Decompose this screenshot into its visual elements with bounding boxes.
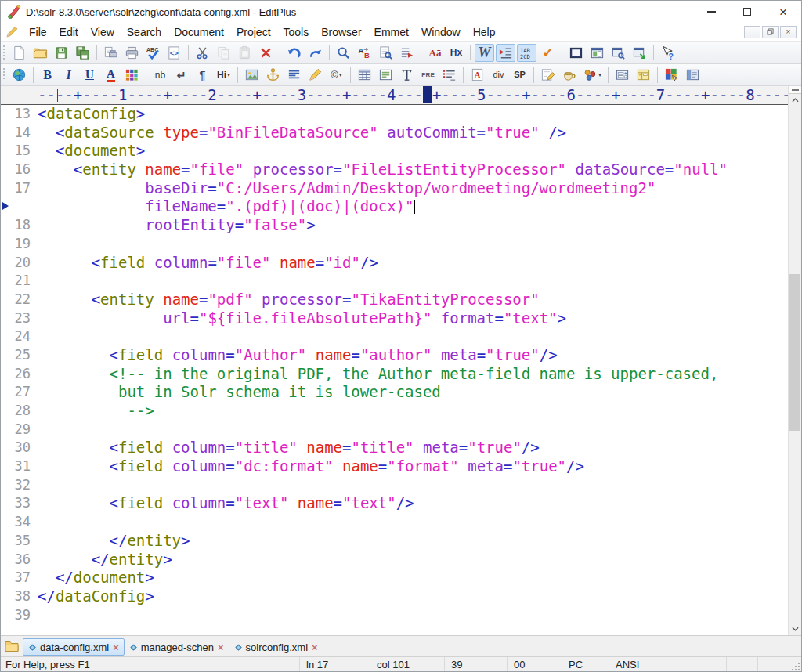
code-line-28[interactable]: 28 --> (1, 402, 789, 421)
align-button[interactable] (284, 66, 304, 84)
form-palette-button[interactable] (634, 66, 653, 84)
code-line-33[interactable]: 33 <field column="text" name="text"/> (1, 494, 789, 513)
tab-solrconfig[interactable]: solrconfig.xml× (229, 638, 323, 656)
code-line-13[interactable]: 13<dataConfig> (1, 105, 789, 124)
list-button[interactable] (439, 66, 459, 84)
menu-window[interactable]: Window (415, 24, 467, 40)
menu-help[interactable]: Help (467, 24, 502, 40)
color-picker-button[interactable] (122, 66, 142, 84)
resize-grip[interactable] (789, 657, 801, 672)
tab-close-icon[interactable]: × (113, 642, 119, 652)
browser-button[interactable] (9, 66, 29, 84)
save-button[interactable] (52, 44, 71, 62)
heading-button[interactable]: Hi (214, 66, 233, 84)
document-restore-button[interactable] (762, 26, 779, 38)
code-line-15[interactable]: 15 <document> (1, 142, 789, 161)
script-button[interactable] (538, 66, 558, 84)
copy-button[interactable] (214, 44, 233, 62)
scroll-up-button[interactable] (789, 94, 801, 107)
project-folder-icon[interactable] (4, 638, 20, 654)
preformatted-button[interactable]: PRE (418, 66, 438, 84)
close-button[interactable]: × (765, 1, 801, 23)
code-line-19[interactable]: 19 (1, 235, 789, 254)
column-ruler[interactable]: ----+----1----+----2----+----3----+----4… (1, 86, 789, 105)
menu-tools[interactable]: Tools (277, 24, 316, 40)
scroll-down-button[interactable] (789, 623, 801, 635)
new-file-button[interactable] (9, 44, 29, 62)
context-help-button[interactable]: ? (658, 44, 677, 62)
paste-button[interactable] (235, 44, 255, 62)
code-line-34[interactable]: 34 (1, 513, 789, 532)
code-line-21[interactable]: 21 (1, 272, 789, 291)
div-button[interactable]: div (489, 66, 508, 84)
anchor-button[interactable] (263, 66, 283, 84)
print-preview-button[interactable] (101, 44, 121, 62)
find-in-files-button[interactable] (376, 44, 396, 62)
delete-button[interactable] (256, 44, 276, 62)
view-in-browser-button[interactable]: <> (164, 44, 184, 62)
code-line-36[interactable]: 36 </entity> (1, 551, 789, 569)
table-button[interactable] (355, 66, 374, 84)
div-block-button[interactable] (376, 66, 396, 84)
code-line-26[interactable]: 26 <!-- in the original PDF, the Author … (1, 365, 789, 384)
panel-button[interactable] (683, 66, 703, 84)
line-numbers-button[interactable]: 1AB2CD (517, 44, 536, 62)
code-line-37[interactable]: 37 </document> (1, 569, 789, 587)
bold-button[interactable]: B (38, 66, 57, 84)
menu-file[interactable]: File (23, 24, 53, 40)
menu-document[interactable]: Document (168, 24, 230, 40)
non-breaking-space-button[interactable]: nb (150, 66, 170, 84)
code-line-17[interactable]: 17 baseDir="C:/Users/Admin/Desktop/wordm… (1, 179, 789, 198)
span-button[interactable]: SP (510, 66, 529, 84)
italic-button[interactable]: I (59, 66, 78, 84)
code-line-wrap[interactable]: fileName=".(pdf)|(doc)|(docx)" (1, 197, 789, 216)
objects-button[interactable] (580, 66, 604, 84)
replace-button[interactable]: AB (355, 44, 374, 62)
code-line-18[interactable]: 18 rootEntity="false"> (1, 216, 789, 235)
code-line-29[interactable]: 29 (1, 421, 789, 439)
save-all-button[interactable] (73, 44, 92, 62)
tab-data-config[interactable]: data-config.xml× (23, 638, 125, 656)
code-line-35[interactable]: 35 </entity> (1, 532, 789, 551)
maximize-button[interactable] (729, 1, 765, 23)
split-handle[interactable] (789, 86, 801, 94)
menu-emmet[interactable]: Emmet (368, 24, 415, 40)
edit-tag-button[interactable] (305, 66, 325, 84)
undo-button[interactable] (284, 44, 304, 62)
named-anchor-button[interactable]: A (468, 66, 487, 84)
vertical-scrollbar[interactable] (788, 86, 801, 635)
spell-check-button[interactable]: ABC (143, 44, 163, 62)
word-wrap-button[interactable]: W (475, 44, 494, 62)
color-palette-button[interactable] (662, 66, 681, 84)
minimize-button[interactable] (693, 1, 729, 23)
document-close-button[interactable]: × (780, 26, 797, 38)
code-line-30[interactable]: 30 <field column="title" name="title" me… (1, 439, 789, 457)
convert-case-button[interactable]: Aā (425, 44, 445, 62)
code-line-27[interactable]: 27 but in Solr schema it is lower-cased (1, 383, 789, 402)
full-screen-button[interactable] (566, 44, 586, 62)
form-fields-button[interactable] (612, 66, 632, 84)
special-char-button[interactable]: © (327, 66, 346, 84)
code-line-38[interactable]: 38</dataConfig> (1, 587, 789, 606)
auto-indent-button[interactable] (496, 44, 515, 62)
code-line-20[interactable]: 20 <field column="file" name="id"/> (1, 254, 789, 273)
scrollbar-thumb[interactable] (789, 274, 800, 431)
code-line-39[interactable]: 39 (1, 606, 789, 625)
menu-view[interactable]: View (85, 24, 121, 40)
menu-edit[interactable]: Edit (53, 24, 85, 40)
menu-project[interactable]: Project (230, 24, 277, 40)
code-line-16[interactable]: 16 <entity name="file" processor="FileLi… (1, 161, 789, 179)
underline-button[interactable]: U (80, 66, 99, 84)
project-window-button[interactable] (609, 44, 628, 62)
font-color-button[interactable]: A (101, 66, 121, 84)
tab-close-icon[interactable]: × (218, 642, 224, 652)
code-line-14[interactable]: 14 <dataSource type="BinFileDataSource" … (1, 124, 789, 143)
image-button[interactable] (242, 66, 262, 84)
text-format-button[interactable] (397, 66, 417, 84)
code-line-32[interactable]: 32 (1, 476, 789, 495)
tab-close-icon[interactable]: × (312, 642, 318, 652)
code-line-31[interactable]: 31 <field column="dc:format" name="forma… (1, 457, 789, 476)
hex-view-button[interactable]: Hx (446, 44, 466, 62)
paragraph-button[interactable]: ¶ (193, 66, 212, 84)
find-button[interactable] (334, 44, 353, 62)
